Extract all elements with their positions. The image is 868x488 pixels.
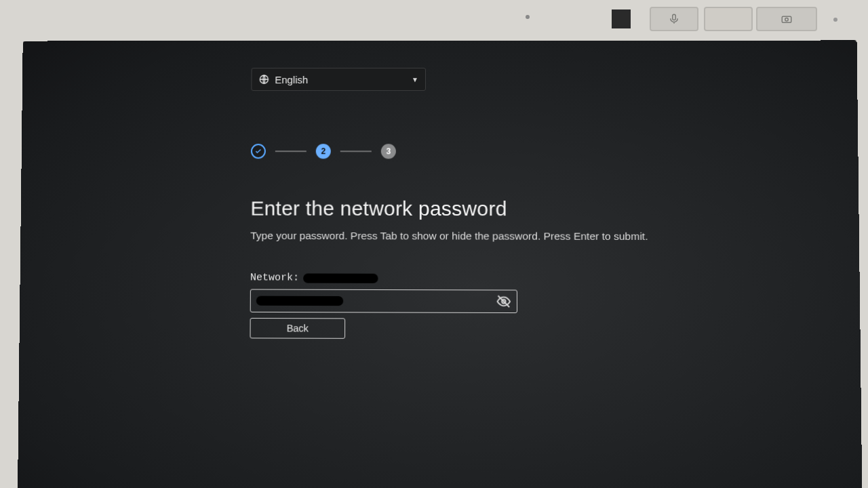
- check-icon: [254, 147, 262, 155]
- page-title: Enter the network password: [250, 197, 673, 220]
- step-2-label: 2: [321, 146, 326, 156]
- network-label-row: Network:: [250, 272, 674, 285]
- svg-point-2: [785, 18, 789, 22]
- password-value-redacted: [256, 296, 343, 306]
- hardware-camera-switch: [756, 7, 817, 31]
- step-connector: [340, 150, 372, 152]
- step-1-done: [251, 144, 266, 159]
- step-3-label: 3: [386, 146, 391, 156]
- hardware-mic-switch: [650, 7, 698, 31]
- eye-off-icon[interactable]: [496, 294, 511, 309]
- hardware-privacy-shutter: [704, 7, 753, 31]
- step-connector: [275, 150, 307, 152]
- language-selector[interactable]: English ▼: [251, 68, 426, 91]
- network-name-redacted: [303, 273, 378, 283]
- page-subtitle: Type your password. Press Tab to show or…: [250, 230, 673, 243]
- progress-stepper: 2 3: [251, 144, 673, 159]
- laptop-bezel: English ▼ 2 3 Enter the network password…: [0, 0, 868, 488]
- screen: English ▼ 2 3 Enter the network password…: [18, 40, 862, 488]
- svg-rect-1: [782, 16, 791, 22]
- globe-icon: [258, 74, 269, 85]
- step-3-pending: 3: [381, 144, 396, 159]
- language-label: English: [275, 74, 308, 85]
- back-button[interactable]: Back: [250, 318, 345, 339]
- content-column: English ▼ 2 3 Enter the network password…: [250, 68, 673, 340]
- password-field[interactable]: [250, 289, 517, 314]
- status-led: [833, 18, 837, 22]
- chevron-down-icon: ▼: [412, 76, 418, 83]
- password-input[interactable]: [349, 296, 490, 307]
- step-2-active: 2: [316, 144, 331, 159]
- network-label: Network:: [250, 272, 299, 283]
- svg-rect-0: [673, 14, 676, 20]
- camera-dot: [526, 15, 530, 19]
- sensor-square: [612, 9, 631, 28]
